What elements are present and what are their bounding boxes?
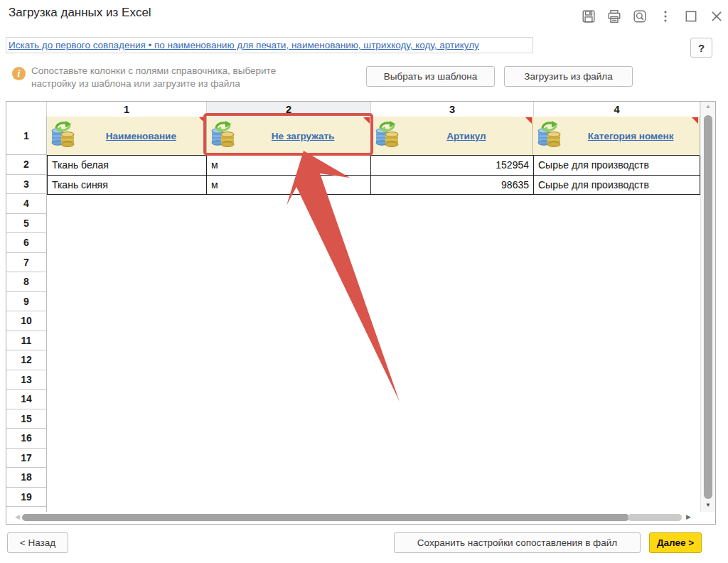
vertical-scroll-thumb[interactable] xyxy=(704,115,712,499)
row-number-12[interactable]: 12 xyxy=(6,350,47,370)
column-mapping-icon xyxy=(210,121,236,151)
cell-r2-c2[interactable]: м xyxy=(207,156,371,176)
scroll-left-icon[interactable]: ◀ xyxy=(15,513,20,520)
next-button[interactable]: Далее > xyxy=(649,532,702,553)
close-icon[interactable] xyxy=(709,9,724,23)
row-number-7[interactable]: 7 xyxy=(6,253,47,273)
import-preview-grid: 1 2 3 4 1234567891011121314151617181920 … xyxy=(6,101,716,525)
cell-r2-c1[interactable]: Ткань белая xyxy=(48,156,207,176)
info-line-1: Сопоставьте колонки с полями справочника… xyxy=(31,65,344,77)
note-corner-icon xyxy=(692,117,698,124)
info-icon: i xyxy=(12,67,26,80)
column-selector-4[interactable]: 4 xyxy=(534,102,700,117)
mapping-field-link[interactable]: Не загружать xyxy=(236,131,370,141)
row-number-6[interactable]: 6 xyxy=(6,233,47,253)
column-mapping-icon xyxy=(375,121,400,151)
row-number-19[interactable]: 19 xyxy=(6,488,47,508)
cell-r3-c1[interactable]: Ткань синяя xyxy=(48,176,207,195)
mapping-header-artikul[interactable]: Артикул xyxy=(371,117,534,155)
mapping-field-link[interactable]: Наименование xyxy=(76,131,206,141)
cell-r3-c3[interactable]: 98635 xyxy=(371,176,534,195)
horizontal-scroll-thumb[interactable] xyxy=(22,514,629,521)
info-line-2: настройку из шаблона или загрузите из фа… xyxy=(31,77,344,90)
find-icon[interactable] xyxy=(632,9,647,23)
column-selector-2[interactable]: 2 xyxy=(207,102,371,117)
horizontal-scroll-track-end[interactable] xyxy=(628,514,682,521)
row-number-14[interactable]: 14 xyxy=(6,390,47,409)
row-number-3[interactable]: 3 xyxy=(6,175,47,195)
note-corner-icon xyxy=(199,117,205,124)
row-number-18[interactable]: 18 xyxy=(6,468,47,488)
mapping-header-naimenovanie[interactable]: Наименование xyxy=(47,117,207,155)
titlebar-icons xyxy=(581,9,724,23)
row-number-8[interactable]: 8 xyxy=(6,272,47,292)
vertical-scrollbar[interactable]: ▲ ▼ xyxy=(700,102,715,513)
note-corner-icon xyxy=(363,117,370,124)
row-number-11[interactable]: 11 xyxy=(6,331,47,351)
column-mapping-icon xyxy=(537,121,562,151)
excel-import-window: Загрузка данных из Excel xyxy=(0,0,728,563)
row-number-5[interactable]: 5 xyxy=(6,214,47,234)
mapping-header-kategoriya[interactable]: Категория номенк xyxy=(533,117,700,155)
more-icon[interactable] xyxy=(658,9,673,23)
row-number-17[interactable]: 17 xyxy=(6,449,47,468)
back-button[interactable]: < Назад xyxy=(7,532,68,553)
column-selector-3[interactable]: 3 xyxy=(371,102,534,117)
column-selector-1[interactable]: 1 xyxy=(47,102,207,117)
save-icon[interactable] xyxy=(581,9,596,23)
print-icon[interactable] xyxy=(606,9,621,23)
cell-r3-c2[interactable]: м xyxy=(207,176,371,195)
page-title: Загрузка данных из Excel xyxy=(9,6,151,20)
mapping-header-ne-zagruzhat[interactable]: Не загружать xyxy=(207,117,371,155)
row-number-9[interactable]: 9 xyxy=(6,292,47,312)
column-mapping-icon xyxy=(50,121,76,151)
row-number-13[interactable]: 13 xyxy=(6,370,47,390)
maximize-icon[interactable] xyxy=(683,9,698,23)
choose-from-template-button[interactable]: Выбрать из шаблона xyxy=(366,66,495,87)
data-rows: Ткань белая м 152954 Сырье для производс… xyxy=(47,155,700,195)
row-number-2[interactable]: 2 xyxy=(6,155,47,175)
info-banner: Сопоставьте колонки с полями справочника… xyxy=(31,65,344,90)
load-from-file-button[interactable]: Загрузить из файла xyxy=(504,66,633,87)
column-number-row: 1 2 3 4 xyxy=(6,102,700,117)
search-mode-link-box: Искать до первого совпадения • по наимен… xyxy=(6,37,533,53)
scroll-up-icon[interactable]: ▲ xyxy=(701,103,715,109)
row-number-15[interactable]: 15 xyxy=(6,409,47,429)
row-number-4[interactable]: 4 xyxy=(6,194,47,214)
horizontal-scrollbar[interactable]: ◀ ▶ xyxy=(6,512,715,524)
cell-r2-c3[interactable]: 152954 xyxy=(371,156,534,176)
save-mapping-button[interactable]: Сохранить настройки сопоставления в файл xyxy=(394,532,641,553)
mapping-header-row: Наименование Не загружать Артикул Катего… xyxy=(47,117,700,155)
help-button[interactable]: ? xyxy=(690,38,712,58)
row-number-16[interactable]: 16 xyxy=(6,429,47,449)
row-number-10[interactable]: 10 xyxy=(6,311,47,331)
cell-r3-c4[interactable]: Сырье для производств xyxy=(534,176,700,195)
row-number-1[interactable]: 1 xyxy=(6,117,47,155)
search-mode-link[interactable]: Искать до первого совпадения • по наимен… xyxy=(9,40,479,50)
scroll-down-icon[interactable]: ▼ xyxy=(701,502,715,508)
mapping-field-link[interactable]: Категория номенк xyxy=(562,131,699,141)
scroll-right-icon[interactable]: ▶ xyxy=(686,513,691,520)
mapping-field-link[interactable]: Артикул xyxy=(400,131,533,141)
note-corner-icon xyxy=(525,117,532,124)
cell-r2-c4[interactable]: Сырье для производств xyxy=(534,156,700,176)
row-number-column: 1234567891011121314151617181920 xyxy=(6,102,47,524)
